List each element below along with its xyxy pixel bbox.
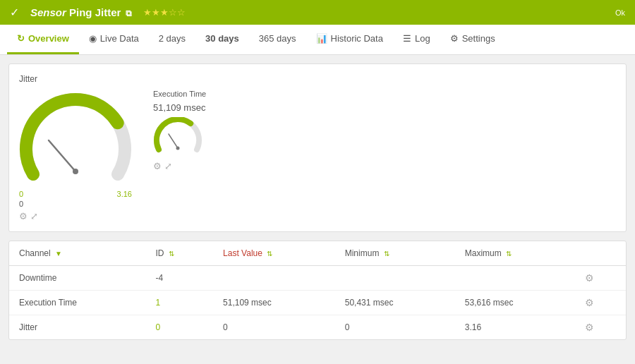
gauge-min-label: 0 bbox=[19, 190, 23, 198]
settings-icon: ⚙ bbox=[450, 33, 459, 44]
exec-gauge-controls: ⚙ ⤢ bbox=[153, 161, 172, 171]
tab-settings[interactable]: ⚙ Settings bbox=[440, 25, 505, 54]
cell-id: -4 bbox=[146, 266, 214, 291]
cell-last-value: 0 bbox=[213, 315, 335, 340]
live-data-icon: ◉ bbox=[89, 33, 97, 44]
gauge-zoom-icon[interactable]: ⤢ bbox=[30, 211, 38, 222]
header: ✓ Sensor Ping Jitter ⧉ ★★★☆☆ Ok bbox=[0, 0, 635, 25]
gauge-zero-label: 0 bbox=[19, 200, 132, 208]
row-action-icon[interactable]: ⚙ bbox=[585, 297, 594, 308]
cell-maximum: 3.16 bbox=[455, 315, 575, 340]
cell-id: 0 bbox=[146, 315, 214, 340]
historic-icon: 📊 bbox=[316, 33, 327, 44]
svg-line-0 bbox=[49, 140, 75, 171]
main-content: Jitter 0 3.16 bbox=[0, 55, 635, 348]
cell-minimum bbox=[335, 266, 455, 291]
exec-title: Execution Time bbox=[153, 90, 206, 98]
row-action-icon[interactable]: ⚙ bbox=[585, 272, 594, 284]
table-row: Jitter 0 0 0 3.16 ⚙ bbox=[9, 315, 626, 340]
tab-365days[interactable]: 365 days bbox=[249, 25, 306, 54]
gauge-card: Jitter 0 3.16 bbox=[8, 63, 627, 232]
tab-live-data[interactable]: ◉ Live Data bbox=[79, 25, 149, 54]
cell-id: 1 bbox=[146, 291, 214, 315]
cell-minimum: 50,431 msec bbox=[335, 291, 455, 315]
sensor-status: Ok bbox=[615, 8, 625, 17]
row-action-icon[interactable]: ⚙ bbox=[585, 322, 594, 333]
col-minimum[interactable]: Minimum ⇅ bbox=[335, 241, 455, 266]
check-icon: ✓ bbox=[10, 6, 19, 19]
small-gauge-svg bbox=[153, 117, 202, 154]
exec-zoom-icon[interactable]: ⤢ bbox=[164, 161, 172, 171]
col-last-value[interactable]: Last Value ⇅ bbox=[213, 241, 335, 266]
col-actions bbox=[575, 241, 626, 266]
cell-maximum: 53,616 msec bbox=[455, 291, 575, 315]
tab-2days[interactable]: 2 days bbox=[149, 25, 195, 54]
col-maximum[interactable]: Maximum ⇅ bbox=[455, 241, 575, 266]
tab-log[interactable]: ☰ Log bbox=[393, 25, 440, 54]
gauge-title: Jitter bbox=[19, 74, 616, 84]
jitter-gauge: 0 3.16 0 ⚙ ⤢ bbox=[19, 90, 132, 222]
cell-maximum bbox=[455, 266, 575, 291]
tab-30days[interactable]: 30 days bbox=[195, 25, 249, 54]
table-row: Downtime -4 ⚙ bbox=[9, 266, 626, 291]
col-id[interactable]: ID ⇅ bbox=[146, 241, 214, 266]
cell-channel: Jitter bbox=[9, 315, 146, 340]
svg-line-2 bbox=[169, 134, 178, 148]
star-rating: ★★★☆☆ bbox=[143, 7, 186, 18]
overview-icon: ↻ bbox=[17, 33, 25, 44]
cell-channel: Execution Time bbox=[9, 291, 146, 315]
svg-point-1 bbox=[73, 169, 78, 174]
external-link-icon[interactable]: ⧉ bbox=[126, 8, 132, 18]
table-header-row: Channel ▼ ID ⇅ Last Value ⇅ Minimum ⇅ Ma… bbox=[9, 241, 626, 266]
gauge-section: 0 3.16 0 ⚙ ⤢ Execution Time 51,109 msec bbox=[19, 90, 616, 222]
cell-action: ⚙ bbox=[575, 291, 626, 315]
cell-last-value bbox=[213, 266, 335, 291]
table-row: Execution Time 1 51,109 msec 50,431 msec… bbox=[9, 291, 626, 315]
execution-section: Execution Time 51,109 msec ⚙ ⤢ bbox=[153, 90, 206, 171]
data-table: Channel ▼ ID ⇅ Last Value ⇅ Minimum ⇅ Ma… bbox=[9, 241, 626, 339]
gauge-controls: ⚙ ⤢ bbox=[19, 211, 132, 222]
log-icon: ☰ bbox=[403, 33, 411, 44]
page-title: Sensor Ping Jitter ⧉ bbox=[30, 6, 132, 18]
exec-value: 51,109 msec bbox=[153, 102, 205, 113]
tab-bar: ↻ Overview ◉ Live Data 2 days 30 days 36… bbox=[0, 25, 635, 55]
cell-last-value: 51,109 msec bbox=[213, 291, 335, 315]
sort-max-icon: ⇅ bbox=[506, 250, 512, 257]
big-gauge-svg bbox=[19, 90, 132, 188]
sort-id-icon: ⇅ bbox=[169, 250, 174, 257]
cell-action: ⚙ bbox=[575, 315, 626, 340]
svg-point-3 bbox=[176, 147, 180, 150]
sort-channel-icon: ▼ bbox=[55, 250, 62, 257]
cell-channel: Downtime bbox=[9, 266, 146, 291]
cell-action: ⚙ bbox=[575, 266, 626, 291]
data-table-card: Channel ▼ ID ⇅ Last Value ⇅ Minimum ⇅ Ma… bbox=[8, 241, 627, 340]
col-channel[interactable]: Channel ▼ bbox=[9, 241, 146, 266]
tab-overview[interactable]: ↻ Overview bbox=[7, 25, 79, 54]
exec-settings-icon[interactable]: ⚙ bbox=[153, 161, 162, 171]
gauge-max-label: 3.16 bbox=[117, 190, 132, 198]
gauge-settings-icon[interactable]: ⚙ bbox=[19, 211, 28, 222]
sort-min-icon: ⇅ bbox=[384, 250, 389, 257]
tab-historic-data[interactable]: 📊 Historic Data bbox=[306, 25, 393, 54]
cell-minimum: 0 bbox=[335, 315, 455, 340]
sort-lastval-icon: ⇅ bbox=[267, 250, 272, 257]
